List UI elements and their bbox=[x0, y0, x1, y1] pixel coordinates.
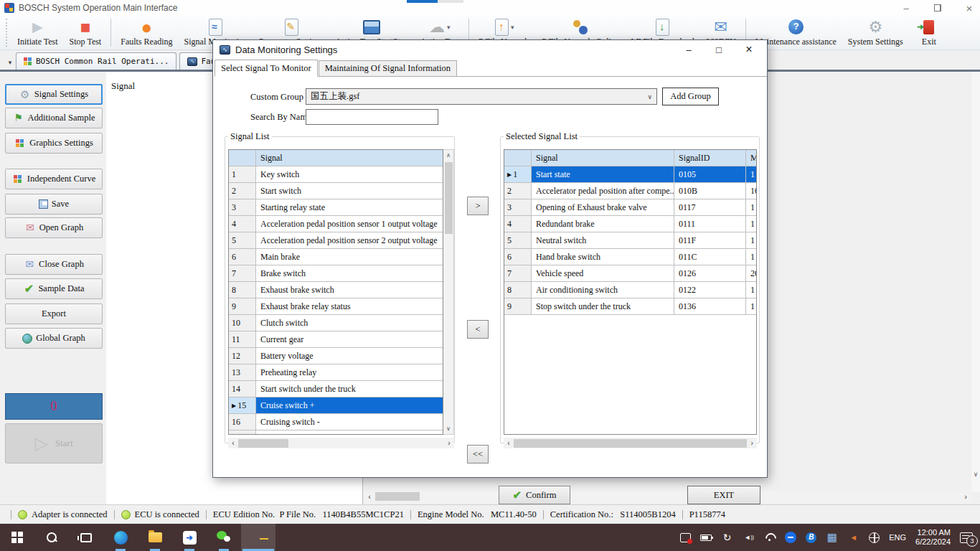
search-by-name-input[interactable] bbox=[306, 109, 438, 125]
taskbar-app-button[interactable] bbox=[0, 524, 34, 551]
start-button[interactable]: ▷ Start bbox=[5, 423, 103, 463]
sidebar-button[interactable]: Signal Settings bbox=[5, 84, 103, 105]
signal-list-row[interactable]: ▶14 Start switch under the truck bbox=[229, 381, 443, 397]
scroll-right-icon[interactable]: › bbox=[747, 438, 757, 448]
sidebar-button[interactable]: Close Graph bbox=[5, 254, 103, 275]
signal-list-row[interactable]: ▶17 Cruise off switch bbox=[229, 430, 443, 435]
sidebar-button[interactable]: Independent Curve bbox=[5, 169, 103, 189]
move-all-left-button[interactable]: << bbox=[467, 445, 489, 463]
tv-icon[interactable] bbox=[785, 532, 796, 543]
selected-signal-row[interactable]: ▶8 Air conditioning switch 0122 1 bbox=[504, 282, 756, 298]
selected-signal-row[interactable]: ▶5 Neutral switch 011F 1 bbox=[504, 232, 756, 249]
taskbar-app-button[interactable] bbox=[138, 524, 172, 551]
custom-group-combobox[interactable]: 国五上装.gsf ∨ bbox=[306, 88, 657, 105]
selected-signal-row[interactable]: ▶4 Redundant brake 0111 1 bbox=[504, 216, 756, 232]
scrollbar-thumb[interactable] bbox=[238, 439, 288, 448]
signal-list-row[interactable]: ▶3 Starting relay state bbox=[229, 199, 443, 216]
taskbar-app-button[interactable] bbox=[69, 524, 103, 551]
sidebar-button[interactable]: Graphics Settings bbox=[5, 133, 103, 154]
rotate-icon[interactable] bbox=[721, 532, 733, 544]
signal-list-row[interactable]: ▶4 Acceleration pedal position sensor 1 … bbox=[229, 216, 443, 232]
move-right-button[interactable]: > bbox=[467, 197, 489, 215]
selected-signal-row[interactable]: ▶6 Hand brake switch 011C 1 bbox=[504, 249, 756, 265]
speaker-icon[interactable] bbox=[847, 532, 859, 544]
selected-signal-row[interactable]: ▶2 Accelerator pedal position after comp… bbox=[504, 183, 756, 199]
app-icon bbox=[4, 3, 14, 13]
taskbar-app-button[interactable] bbox=[241, 524, 275, 551]
signal-list-row[interactable]: ▶9 Exhaust brake relay status bbox=[229, 298, 443, 315]
signal-list-row[interactable]: ▶6 Main brake bbox=[229, 249, 443, 265]
minimize-button[interactable] bbox=[901, 3, 911, 13]
language-indicator[interactable]: ENG bbox=[889, 533, 906, 542]
selected-signal-row[interactable]: ▶9 Stop switch under the truck 0136 1 bbox=[504, 298, 756, 315]
taskbar-app-button[interactable] bbox=[172, 524, 207, 551]
scroll-down-icon[interactable]: ∨ bbox=[443, 423, 454, 434]
signal-list-row[interactable]: ▶7 Brake switch bbox=[229, 265, 443, 282]
confirm-button[interactable]: ✔ Confirm bbox=[499, 486, 570, 504]
scrollbar-thumb[interactable] bbox=[445, 162, 453, 234]
tab-bosch-common-rail[interactable]: BOSCH Common Rail Operati... bbox=[16, 52, 176, 70]
signal-list-row[interactable]: ▶12 Battery voltage bbox=[229, 348, 443, 364]
signal-list-hscrollbar[interactable]: ‹ › bbox=[228, 438, 454, 448]
exit-button[interactable]: EXIT bbox=[687, 486, 760, 504]
signal-list-row[interactable]: ▶13 Preheating relay bbox=[229, 364, 443, 381]
toolbar-button[interactable]: ▾ Stop Test bbox=[64, 16, 108, 50]
taskbar-app-button[interactable] bbox=[103, 524, 138, 551]
signal-list-row[interactable]: ▶11 Current gear bbox=[229, 331, 443, 348]
dialog-maximize-button[interactable]: □ bbox=[704, 40, 734, 59]
signal-list-row[interactable]: ▶2 Start switch bbox=[229, 183, 443, 199]
move-left-button[interactable]: < bbox=[467, 320, 489, 339]
scrollbar-thumb[interactable] bbox=[375, 492, 420, 501]
selected-signal-row[interactable]: ▶1 Start state 0105 1 bbox=[504, 166, 756, 183]
restore-button[interactable] bbox=[933, 3, 943, 13]
scroll-right-icon[interactable]: › bbox=[960, 491, 971, 502]
sidebar-button[interactable]: Export bbox=[5, 303, 103, 324]
dialog-minimize-button[interactable]: – bbox=[674, 40, 704, 59]
volume-icon[interactable] bbox=[743, 532, 755, 544]
sidebar-button[interactable]: Sample Data bbox=[5, 278, 103, 299]
notification-icon[interactable]: 3 bbox=[960, 532, 973, 543]
main-horizontal-scrollbar[interactable]: ‹ › bbox=[364, 491, 971, 502]
close-button[interactable] bbox=[964, 3, 974, 13]
toolbar-button[interactable]: ▾ Exit bbox=[909, 16, 949, 50]
sidebar-button[interactable]: Global Graph bbox=[5, 328, 103, 349]
remote-icon[interactable] bbox=[826, 532, 838, 544]
screenclip-icon[interactable] bbox=[680, 533, 691, 542]
scroll-right-icon[interactable]: › bbox=[444, 438, 454, 448]
sidebar-button[interactable]: Open Graph bbox=[5, 217, 103, 238]
dialog-tab[interactable]: Maintaining Of Signal Information bbox=[319, 60, 457, 76]
globe-icon[interactable] bbox=[869, 532, 880, 543]
dialog-close-button[interactable]: × bbox=[734, 40, 764, 59]
add-group-button[interactable]: Add Group bbox=[662, 88, 719, 105]
scrollbar-thumb[interactable] bbox=[514, 439, 747, 448]
tab-dropdown-icon[interactable]: ▾ bbox=[4, 55, 16, 70]
selected-signal-row[interactable]: ▶7 Vehicle speed 0126 200 bbox=[504, 265, 756, 282]
signal-list-row[interactable]: ▶5 Acceleration pedal position sensor 2 … bbox=[229, 232, 443, 249]
signal-list-row[interactable]: ▶1 Key switch bbox=[229, 166, 443, 183]
dialog-tab[interactable]: Select Signal To Monitor bbox=[215, 60, 318, 77]
selected-signal-row[interactable]: ▶3 Opening of Exhaust brake valve 0117 1 bbox=[504, 199, 756, 216]
bluetooth-icon[interactable] bbox=[806, 532, 816, 543]
main-vertical-scrollbar[interactable]: ∨ bbox=[971, 72, 980, 492]
toolbar-button[interactable]: ▾ System Settings bbox=[842, 16, 909, 50]
scroll-down-icon[interactable]: ∨ bbox=[971, 469, 980, 479]
wifi-icon[interactable] bbox=[764, 533, 776, 542]
toolbar-button[interactable]: ▾ Initiate Test bbox=[11, 16, 64, 50]
scroll-up-icon[interactable]: ∧ bbox=[443, 150, 454, 161]
signal-list-row[interactable]: ▶16 Cruising switch - bbox=[229, 414, 443, 430]
sidebar-button[interactable]: Save bbox=[5, 194, 103, 215]
signal-list-row[interactable]: ▶10 Clutch switch bbox=[229, 315, 443, 331]
clock[interactable]: 12:00 AM 6/22/2024 bbox=[915, 528, 951, 547]
selected-list-hscrollbar[interactable]: ‹ › bbox=[504, 438, 757, 448]
scroll-left-icon[interactable]: ‹ bbox=[228, 438, 238, 448]
scroll-left-icon[interactable]: ‹ bbox=[504, 438, 514, 448]
battery-icon[interactable] bbox=[700, 534, 712, 541]
taskbar-app-button[interactable] bbox=[34, 524, 69, 551]
signal-list-row[interactable]: ▶15 Cruise switch + bbox=[229, 397, 443, 414]
scroll-left-icon[interactable]: ‹ bbox=[364, 491, 375, 502]
toolbar-button[interactable]: ▾ Faults Reading bbox=[115, 16, 178, 50]
signal-list-vscrollbar[interactable]: ∧ ∨ bbox=[443, 149, 454, 435]
sidebar-button[interactable]: Additional Sample bbox=[5, 108, 103, 128]
signal-list-row[interactable]: ▶8 Exhaust brake switch bbox=[229, 282, 443, 298]
taskbar-app-button[interactable] bbox=[207, 524, 241, 551]
